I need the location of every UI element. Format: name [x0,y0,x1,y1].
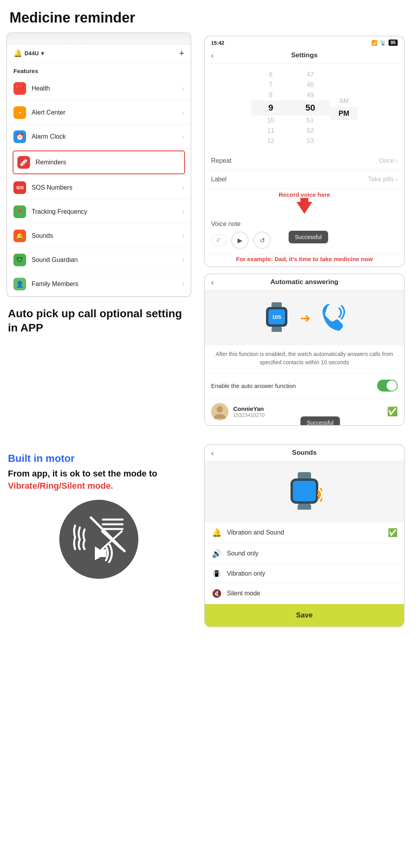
sound-option-sound-only[interactable]: 🔊 Sound only [205,543,404,564]
settings-title: Settings [291,51,317,59]
label-label: Label [211,176,226,183]
status-bar: 15:42 📶 📡 95 [205,36,404,47]
svg-rect-20 [298,504,311,510]
sidebar-item-reminders[interactable]: 🩹 Reminders [13,151,185,174]
sidebar-item-alarm-clock[interactable]: ⏰ Alarm Clock › [7,125,191,149]
time-picker[interactable]: 6 7 8 9 10 11 12 47 48 49 50 51 [205,64,404,152]
sidebar-item-health[interactable]: ❤️ Health › [7,77,191,101]
repeat-value: Once › [379,157,398,164]
auto-answer-illustration: 10S ➜ [205,290,404,345]
vibration-only-icon: 📳 [211,570,222,577]
sidebar-item-tracking-frequency[interactable]: 📍 Tracking Frequency › [7,200,191,224]
back-button[interactable]: ‹ [211,51,214,60]
contact-phone: 15323410270 [233,412,265,418]
min-51: 51 [307,115,314,126]
sound-only-label: Sound only [227,550,398,557]
mode-desc-text: From app, it is ok to set the mode to [8,469,157,478]
sidebar-item-alert-center[interactable]: ··· Alert Center › [7,101,191,125]
min-48: 48 [307,80,314,90]
auto-answer-back-button[interactable]: ‹ [211,278,214,287]
auto-answer-desc: After this function is enabled, the watc… [205,345,404,373]
alarm-clock-icon: ⏰ [13,130,26,143]
repeat-row[interactable]: Repeat Once › [205,152,404,170]
auto-answer-title: Automatic answering [270,278,338,286]
svg-text:10S: 10S [272,314,281,320]
save-button[interactable]: Save [205,604,404,627]
voice-duration: 4'' [211,234,226,246]
contact-avatar [211,403,228,420]
sound-only-icon: 🔊 [211,549,222,558]
label-row[interactable]: Label Take pills › [205,170,404,189]
features-label: Features [7,63,191,77]
auto-answer-header: ‹ Automatic answering [205,274,404,290]
sidebar-item-sound-guardian[interactable]: 🛡 Sound Guardian › [7,248,191,272]
sidebar-item-sounds[interactable]: 🔔 Sounds › [7,224,191,248]
device-name: 🔔 D44U ▾ [13,49,44,58]
svg-marker-9 [296,198,312,214]
settings-screen: 15:42 📶 📡 95 ‹ Settings 6 7 [204,36,405,267]
svg-marker-7 [95,546,101,560]
sound-option-silent-mode[interactable]: 🔇 Silent mode [205,583,404,604]
sounds-screen-title: Sounds [292,449,317,457]
vibration-sound-check: ✅ [388,528,398,537]
sound-option-vibration-only[interactable]: 📳 Vibration only [205,564,404,583]
svg-rect-14 [272,327,282,332]
sounds-menu-icon: 🔔 [13,230,26,242]
voice-play-button[interactable]: ▶ [231,232,249,249]
alarm-clock-arrow: › [182,133,184,140]
label-arrow: › [396,176,398,183]
health-label: Health [32,85,182,92]
vibration-sound-label: Vibration and Sound [227,529,388,536]
repeat-label: Repeat [211,157,232,164]
left-bottom-section: Auto pick up call optional setting in AP… [0,297,198,588]
family-label: Family Members [32,281,182,288]
phone-shell: 🔔 D44U ▾ + Features ❤️ Health › ··· Aler… [6,32,191,297]
hour-9-selected: 9 [251,100,291,115]
sidebar-item-family-members[interactable]: 👤 Family Members › [7,272,191,296]
sounds-arrow: › [182,232,184,239]
min-52: 52 [307,126,314,136]
phone-ringing-icon [320,302,346,333]
label-value-text: Take pills [368,176,394,183]
toggle-label: Enable the auto answer function [211,382,296,389]
pm-option-selected: PM [330,107,358,120]
phone-header: 🔔 D44U ▾ + [7,44,191,63]
hour-8: 8 [269,90,273,100]
contact-info: ConnieYan 15323410270 [233,405,265,418]
signal-icon: 📶 [371,40,377,46]
wifi-icon: 📡 [380,40,386,46]
alarm-clock-label: Alarm Clock [32,133,182,140]
svg-rect-10 [272,302,282,308]
family-arrow: › [182,281,184,288]
svg-point-21 [317,494,319,496]
device-name-label: D44U [25,50,39,56]
auto-answer-toggle[interactable] [377,380,398,392]
sounds-back-button[interactable]: ‹ [211,448,214,458]
health-arrow: › [182,85,184,92]
silent-mode-label: Silent mode [227,590,398,597]
add-button[interactable]: + [179,48,184,58]
chevron-down-icon: ▾ [41,50,44,56]
sound-option-vibration-and-sound[interactable]: 🔔 Vibration and Sound ✅ [205,522,404,543]
reminders-label: Reminders [36,159,180,166]
hour-10: 10 [267,115,274,126]
min-50-selected: 50 [291,100,330,115]
sounds-illustration [205,461,404,522]
svg-rect-17 [298,472,311,479]
sidebar-item-sos-numbers[interactable]: SOS SOS Numbers › [7,176,191,200]
alert-center-icon: ··· [13,106,26,119]
voice-reset-button[interactable]: ↺ [253,232,271,249]
mode-desc: From app, it is ok to set the mode to Vi… [8,468,190,492]
mode-highlight-text: Vibrate/Ring/Silent mode. [8,481,113,491]
contact-row: ConnieYan 15323410270 ✅ Successful [205,398,404,425]
label-value: Take pills › [368,176,398,183]
sos-label: SOS Numbers [32,184,182,191]
left-panel: 🔔 D44U ▾ + Features ❤️ Health › ··· Aler… [0,32,198,631]
auto-pickup-title: Auto pick up call optional setting in AP… [8,307,190,335]
min-53: 53 [307,136,314,146]
tracking-icon: 📍 [13,205,26,218]
minutes-column: 47 48 49 50 51 52 53 [291,70,330,146]
vibration-only-label: Vibration only [227,570,398,577]
sos-arrow: › [182,184,184,191]
sounds-menu-label: Sounds [32,232,182,239]
